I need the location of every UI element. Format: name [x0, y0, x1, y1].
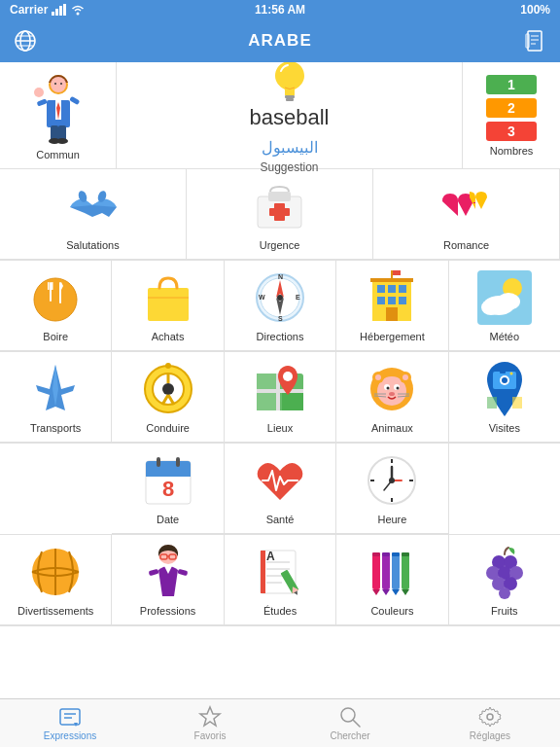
map-pin-svg — [253, 362, 307, 416]
notebook-icon-button[interactable] — [521, 27, 548, 54]
weather-svg — [477, 270, 532, 325]
app-header: ARABE — [0, 19, 560, 62]
transports-item[interactable]: Transports — [0, 352, 112, 443]
tab-favoris[interactable]: Favoris — [140, 699, 280, 747]
etudes-label: Études — [263, 605, 297, 617]
lion-svg — [365, 362, 419, 416]
lieux-item[interactable]: Lieux — [225, 352, 336, 443]
svg-rect-56 — [399, 285, 406, 293]
conduire-item[interactable]: Conduire — [112, 352, 224, 443]
salutations-item[interactable]: Salutations — [0, 169, 187, 260]
suggestion-row: Commun baseball البيسبول Suggestion 1 2 … — [0, 62, 560, 169]
svg-rect-1 — [55, 9, 58, 16]
urgence-item[interactable]: Urgence — [187, 169, 373, 260]
tab-reglages[interactable]: Réglages — [420, 699, 560, 747]
carrier-text: Carrier — [10, 3, 48, 17]
svg-rect-57 — [377, 297, 385, 304]
svg-rect-136 — [261, 551, 265, 593]
directions-label: Directions — [257, 331, 304, 342]
divertissements-icon — [26, 543, 85, 601]
couleurs-item[interactable]: Couleurs — [336, 535, 448, 625]
conduire-icon — [139, 360, 197, 418]
svg-text:8: 8 — [161, 477, 173, 501]
plate-svg — [28, 270, 83, 325]
lieux-icon — [251, 360, 309, 418]
header-title: ARABE — [248, 31, 311, 51]
svg-rect-23 — [69, 95, 80, 104]
svg-rect-148 — [402, 552, 409, 556]
professions-item[interactable]: Professions — [112, 535, 224, 625]
boire-icon — [26, 268, 85, 327]
svg-point-81 — [283, 372, 293, 381]
search-translation: البيسبول — [262, 138, 318, 157]
boire-item[interactable]: Boire — [0, 261, 112, 351]
visites-item[interactable]: Visites — [449, 352, 560, 443]
sante-item[interactable]: Santé — [225, 444, 336, 534]
shopping-bag-svg — [142, 270, 194, 325]
signal-icon — [52, 4, 67, 16]
svg-rect-39 — [48, 282, 50, 290]
svg-rect-10 — [528, 31, 542, 51]
date-item[interactable]: 8 Date — [112, 444, 224, 534]
animaux-icon — [363, 360, 421, 418]
svg-marker-141 — [372, 589, 380, 595]
animaux-item[interactable]: Animaux — [336, 352, 448, 443]
globe-icon-button[interactable] — [12, 27, 39, 54]
svg-point-86 — [387, 387, 390, 390]
svg-point-71 — [162, 383, 174, 395]
basketball-svg — [28, 545, 83, 599]
transports-icon — [26, 360, 85, 418]
svg-rect-157 — [60, 709, 80, 725]
svg-rect-126 — [177, 569, 188, 576]
svg-rect-42 — [148, 288, 189, 321]
tab-chercher[interactable]: Chercher — [280, 699, 420, 747]
suggestion-center: baseball البيسبول Suggestion — [117, 62, 463, 168]
chercher-tab-label: Chercher — [330, 730, 369, 741]
airplane-svg — [28, 360, 83, 418]
search-word: baseball — [250, 105, 330, 130]
svg-rect-2 — [59, 6, 62, 16]
heure-item[interactable]: Heure — [336, 444, 448, 534]
etudes-item[interactable]: A Études — [225, 535, 336, 625]
grapes-svg — [477, 545, 532, 599]
number-2-block: 2 — [486, 98, 537, 118]
directions-item[interactable]: N S W E Directions — [225, 261, 336, 351]
health-svg — [253, 453, 307, 508]
couleurs-icon — [363, 543, 421, 601]
svg-point-163 — [487, 714, 493, 720]
salutations-icon — [64, 177, 122, 235]
meteo-item[interactable]: Météo — [449, 261, 560, 351]
tab-expressions[interactable]: Expressions — [0, 699, 140, 747]
divertissements-item[interactable]: Divertissements — [0, 535, 112, 625]
romance-icon — [438, 177, 496, 235]
svg-rect-102 — [487, 397, 497, 409]
hebergement-item[interactable]: Hébergement — [336, 261, 448, 351]
transports-label: Transports — [30, 422, 81, 434]
commun-item[interactable]: Commun — [0, 62, 117, 168]
svg-point-87 — [397, 387, 400, 390]
professions-label: Professions — [140, 605, 195, 617]
person-glasses-svg — [141, 543, 195, 601]
achats-item[interactable]: Achats — [112, 261, 224, 351]
svg-marker-142 — [382, 589, 390, 595]
tab-bar: Expressions Favoris Chercher Réglages — [0, 698, 560, 747]
svg-text:N: N — [278, 273, 283, 280]
romance-item[interactable]: Romance — [373, 169, 560, 260]
directions-icon: N S W E — [251, 268, 309, 327]
urgence-label: Urgence — [260, 239, 300, 251]
nombres-item[interactable]: 1 2 3 Nombres — [463, 62, 560, 168]
svg-text:W: W — [259, 294, 265, 301]
notebook-icon — [523, 29, 546, 53]
urgence-icon — [251, 177, 309, 235]
man-figure-icon — [19, 71, 97, 149]
svg-rect-108 — [157, 457, 160, 467]
svg-marker-143 — [392, 589, 400, 595]
hearts-svg — [438, 182, 495, 231]
fruits-item[interactable]: Fruits — [449, 535, 560, 625]
svg-point-28 — [56, 138, 68, 144]
svg-point-118 — [389, 478, 395, 483]
svg-rect-36 — [269, 208, 290, 216]
main-content: Commun baseball البيسبول Suggestion 1 2 … — [0, 62, 560, 698]
svg-rect-22 — [36, 98, 47, 106]
svg-rect-138 — [382, 554, 390, 589]
